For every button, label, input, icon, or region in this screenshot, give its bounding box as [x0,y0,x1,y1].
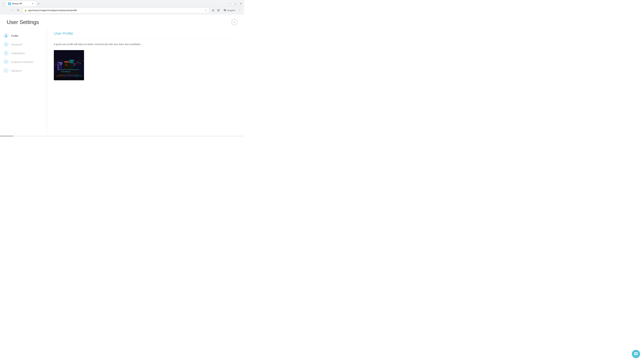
profile-icon [3,33,9,38]
svg-rect-0 [217,9,220,10]
svg-rect-50 [82,75,84,80]
svg-rect-26 [70,62,74,63]
svg-rect-2 [217,11,219,11]
minimize-button[interactable]: − [228,2,232,6]
sidebar-label-password: Password [11,43,22,46]
extensions-button[interactable] [211,8,216,13]
page-content: User Settings × Profile [0,14,244,135]
svg-rect-39 [79,62,79,63]
svg-rect-47 [74,64,75,65]
tab-search-button[interactable] [216,8,221,13]
svg-rect-30 [59,75,79,75]
svg-rect-23 [69,60,74,60]
menu-button[interactable]: ⋮ [238,8,242,13]
close-settings-button[interactable]: × [232,19,238,25]
scroll-indicator[interactable] [0,135,244,137]
svg-rect-13 [58,62,62,63]
svg-rect-41 [77,63,78,64]
svg-rect-29 [59,69,79,70]
svg-rect-36 [56,64,57,64]
sidebar: Profile Password Notifications [0,28,47,135]
bookmark-button[interactable]: ☆ [204,9,207,12]
reload-button[interactable]: ↻ [16,8,21,13]
keyboard-shortcuts-icon [3,59,9,64]
svg-text:COLA: COLA [65,65,68,66]
incognito-button[interactable]: Incognito [222,8,237,12]
svg-rect-15 [60,63,62,64]
svg-text:COCA: COCA [65,63,68,64]
sidebar-item-notifications[interactable]: Notifications [0,49,47,57]
svg-rect-19 [64,61,70,62]
close-window-button[interactable]: ✕ [239,2,243,6]
svg-rect-25 [70,62,73,62]
active-tab[interactable]: B Breezy HR ✕ [6,1,36,6]
svg-rect-37 [56,65,56,65]
sidebar-item-password[interactable]: Password [0,40,47,49]
profile-image-container[interactable]: COCA COLA CITYWALK [54,50,84,80]
maximize-button[interactable]: □ [234,2,238,6]
new-tab-button[interactable]: + [36,1,41,6]
lock-icon: 🔒 [24,9,27,11]
tab-bar: ‹ B Breezy HR ✕ + − □ ✕ [0,0,244,6]
svg-rect-17 [60,65,62,65]
svg-rect-1 [217,10,220,10]
tab-title: Breezy HR [12,2,30,5]
svg-rect-14 [58,63,58,70]
svg-rect-35 [56,64,56,64]
sidebar-item-profile[interactable]: Profile [0,31,47,40]
tabs-container: B Breezy HR ✕ + [6,1,228,6]
sidebar-label-keyboard-shortcuts: Keyboard Shortcuts [11,60,33,63]
svg-rect-46 [74,63,76,64]
sidebar-label-signature: Signature [11,69,22,72]
tab-nav-prev[interactable]: ‹ [1,2,5,6]
password-icon [3,42,9,47]
browser-actions: Incognito ⋮ [211,8,242,13]
page-header: User Settings × [0,14,244,28]
forward-button[interactable]: → [9,8,14,13]
notifications-icon [3,50,9,56]
tab-close-button[interactable]: ✕ [31,2,34,5]
svg-rect-49 [54,76,55,80]
back-button[interactable]: ← [2,8,8,13]
sidebar-label-profile: Profile [11,34,18,37]
content-area: User Profile A good user profile will he… [47,28,244,135]
tab-favicon: B [8,2,11,5]
address-bar: ← → ↻ 🔒 app.breezy.hr/app/c/moodjoy/comp… [0,6,244,14]
url-text: app.breezy.hr/app/c/moodjoy/company/user… [28,9,202,11]
svg-text:CITYWALK: CITYWALK [62,71,70,72]
svg-rect-48 [74,65,76,66]
profile-image: COCA COLA CITYWALK [54,50,84,80]
page-title: User Settings [7,19,39,25]
main-layout: Profile Password Notifications [0,28,244,135]
section-title: User Profile [54,31,238,36]
sidebar-label-notifications: Notifications [11,52,25,55]
browser-chrome: ‹ B Breezy HR ✕ + − □ ✕ ← → ↻ 🔒 app [0,0,244,14]
url-bar[interactable]: 🔒 app.breezy.hr/app/c/moodjoy/company/us… [22,8,210,13]
svg-rect-24 [70,61,74,61]
signature-icon [3,68,9,73]
svg-rect-16 [60,64,62,64]
scroll-thumb [0,136,14,137]
svg-rect-38 [77,62,78,63]
url-icons: ☆ [204,9,207,12]
sidebar-item-signature[interactable]: Signature [0,66,47,75]
svg-rect-40 [80,63,80,64]
window-controls: − □ ✕ [228,2,243,6]
section-description: A good user profile will help you better… [54,42,238,46]
sidebar-item-keyboard-shortcuts[interactable]: Keyboard Shortcuts [0,57,47,66]
incognito-label: Incognito [227,9,235,11]
